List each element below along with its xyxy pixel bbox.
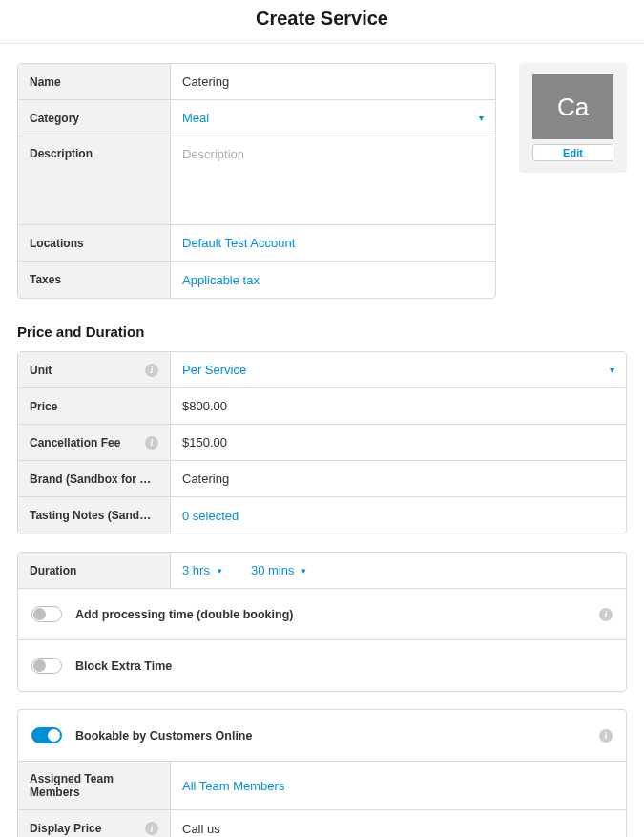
block-extra-time-label: Block Extra Time (75, 659, 172, 673)
edit-thumbnail-button[interactable]: Edit (532, 144, 613, 161)
thumbnail-image: Ca (532, 74, 613, 139)
unit-label: Unit i (18, 352, 171, 387)
processing-time-toggle[interactable] (31, 606, 62, 622)
chevron-down-icon: ▾ (301, 566, 306, 575)
tasting-notes-label: Tasting Notes (Sandbox... (18, 497, 171, 534)
booking-box: Bookable by Customers Online i Assigned … (17, 709, 627, 837)
price-table: Unit i Per Service ▾ Price $800.00 Cance… (17, 351, 627, 534)
display-price-label: Display Price i (18, 810, 171, 837)
bookable-online-toggle[interactable] (31, 727, 62, 743)
category-label: Category (18, 100, 171, 136)
locations-label: Locations (18, 225, 171, 261)
info-icon[interactable]: i (599, 729, 613, 743)
duration-hours-select[interactable]: 3 hrs ▾ (182, 563, 222, 577)
chevron-down-icon: ▾ (479, 113, 484, 123)
info-icon[interactable]: i (145, 436, 158, 450)
assigned-team-link[interactable]: All Team Members (171, 762, 626, 809)
locations-link[interactable]: Default Test Account (171, 225, 495, 261)
cancellation-fee-label: Cancellation Fee i (18, 425, 171, 460)
duration-value: 3 hrs ▾ 30 mins ▾ (171, 553, 626, 588)
name-input[interactable]: Catering (171, 64, 495, 99)
price-duration-heading: Price and Duration (17, 324, 627, 340)
taxes-link[interactable]: Applicable tax (171, 262, 495, 298)
unit-select[interactable]: Per Service ▾ (171, 352, 626, 387)
category-select[interactable]: Meal ▾ (171, 100, 495, 136)
thumbnail-panel: Ca Edit (519, 63, 627, 173)
duration-box: Duration 3 hrs ▾ 30 mins ▾ Add processin… (17, 552, 627, 692)
description-input[interactable]: Description (171, 136, 495, 224)
page-header: Create Service (0, 0, 644, 44)
bookable-online-label: Bookable by Customers Online (75, 729, 252, 743)
assigned-team-label: Assigned Team Members (18, 762, 171, 809)
info-icon[interactable]: i (145, 364, 158, 377)
price-input[interactable]: $800.00 (171, 388, 626, 424)
price-label: Price (18, 388, 171, 424)
basic-info-table: Name Catering Category Meal ▾ Descriptio… (17, 63, 496, 299)
processing-time-label: Add processing time (double booking) (75, 608, 293, 621)
brand-label: Brand (Sandbox for sq0... (18, 461, 171, 496)
info-icon[interactable]: i (599, 608, 613, 621)
description-label: Description (18, 136, 171, 224)
chevron-down-icon: ▾ (218, 566, 222, 575)
name-label: Name (18, 64, 171, 99)
tasting-notes-select[interactable]: 0 selected (171, 497, 626, 534)
cancellation-fee-input[interactable]: $150.00 (171, 425, 626, 460)
block-extra-time-toggle[interactable] (31, 658, 62, 674)
chevron-down-icon: ▾ (610, 365, 614, 375)
taxes-label: Taxes (18, 262, 171, 298)
info-icon[interactable]: i (145, 822, 158, 835)
page-title: Create Service (0, 8, 644, 30)
duration-mins-select[interactable]: 30 mins ▾ (251, 563, 307, 577)
display-price-value[interactable]: Call us (171, 810, 626, 837)
duration-label: Duration (18, 553, 171, 588)
brand-input[interactable]: Catering (171, 461, 626, 496)
